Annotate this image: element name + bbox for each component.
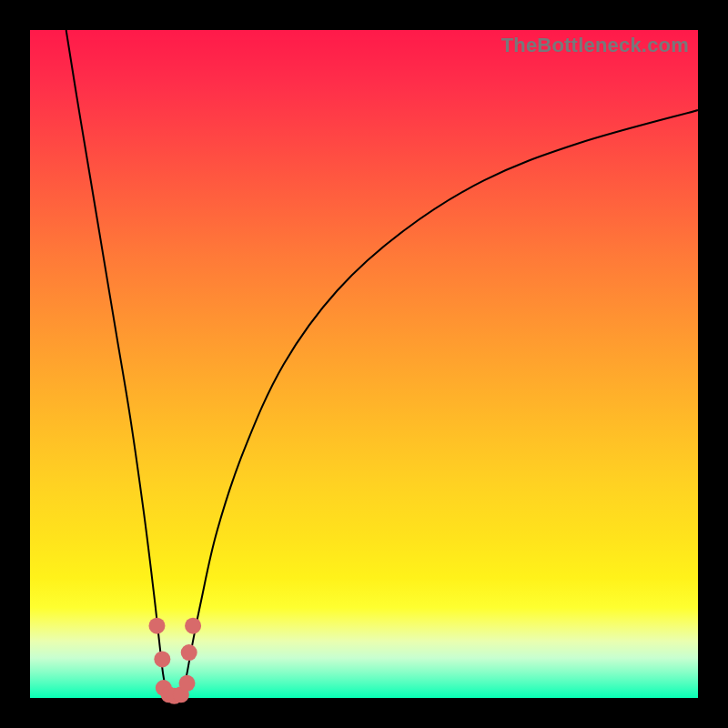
valley-marker bbox=[185, 618, 201, 634]
chart-area: TheBottleneck.com bbox=[30, 30, 698, 698]
curve-right-branch bbox=[181, 110, 698, 695]
chart-svg bbox=[30, 30, 698, 698]
valley-marker bbox=[148, 618, 165, 634]
valley-marker bbox=[154, 651, 170, 667]
valley-marker bbox=[178, 675, 195, 692]
valley-markers-group bbox=[148, 618, 201, 704]
curve-left-branch bbox=[66, 30, 168, 695]
valley-marker bbox=[181, 644, 197, 661]
